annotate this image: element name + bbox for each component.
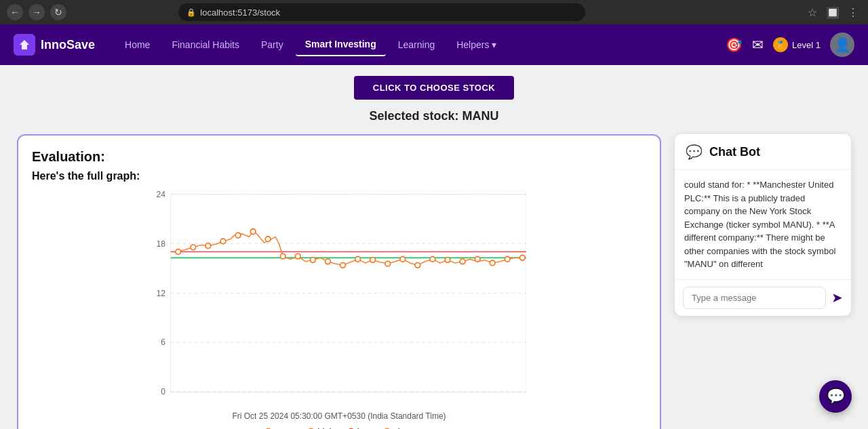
svg-point-13 bbox=[176, 249, 181, 255]
target-icon-btn[interactable]: 🎯 bbox=[726, 37, 743, 53]
svg-point-32 bbox=[460, 259, 465, 264]
url-text: localhost:5173/stock bbox=[200, 7, 280, 18]
logo-text: InnoSave bbox=[41, 38, 95, 52]
navbar: InnoSave Home Financial Habits Party Sma… bbox=[0, 24, 868, 65]
svg-point-26 bbox=[370, 258, 376, 263]
legend-low: ⊙ low bbox=[347, 425, 371, 429]
svg-point-21 bbox=[295, 253, 300, 259]
eval-card: Evaluation: Here's the full graph: 24 18 bbox=[17, 134, 661, 429]
svg-text:18: 18 bbox=[157, 239, 166, 249]
stock-chart: 24 18 12 6 0 bbox=[32, 190, 646, 407]
eval-subtitle: Here's the full graph: bbox=[32, 170, 646, 182]
floating-chat-icon: 💬 bbox=[827, 388, 845, 405]
floating-chat-button[interactable]: 💬 bbox=[819, 380, 852, 413]
svg-text:24: 24 bbox=[157, 190, 166, 199]
chatbot-icon: 💬 bbox=[686, 144, 703, 160]
chatbot-input-row: ➤ bbox=[675, 279, 851, 316]
legend-low-label: low bbox=[357, 426, 371, 429]
svg-rect-0 bbox=[171, 195, 526, 392]
nav-party[interactable]: Party bbox=[252, 34, 293, 56]
svg-point-31 bbox=[445, 258, 450, 263]
svg-point-28 bbox=[400, 257, 406, 262]
chatbot-input[interactable] bbox=[683, 287, 826, 309]
svg-point-17 bbox=[235, 232, 241, 238]
reload-button[interactable]: ↻ bbox=[50, 4, 66, 20]
svg-point-33 bbox=[475, 257, 480, 262]
svg-point-23 bbox=[326, 259, 331, 264]
nav-right: 🎯 ✉ 🏅 Level 1 👤 bbox=[726, 33, 854, 57]
svg-point-30 bbox=[430, 257, 435, 262]
chatbot-messages[interactable]: could stand for: * **Manchester United P… bbox=[675, 170, 851, 279]
svg-point-25 bbox=[355, 257, 361, 262]
chatbot-message-text: could stand for: * **Manchester United P… bbox=[684, 180, 835, 269]
nav-helpers[interactable]: Helpers ▾ bbox=[447, 34, 506, 56]
svg-point-29 bbox=[415, 262, 420, 268]
svg-point-22 bbox=[311, 258, 316, 263]
legend-open-label: open bbox=[275, 426, 294, 429]
nav-logo[interactable]: InnoSave bbox=[14, 34, 95, 56]
svg-text:12: 12 bbox=[157, 289, 166, 298]
legend-close: ⊙ close bbox=[382, 425, 414, 429]
nav-smart-investing[interactable]: Smart Investing bbox=[296, 33, 386, 56]
nav-links: Home Financial Habits Party Smart Invest… bbox=[115, 33, 726, 56]
nav-learning[interactable]: Learning bbox=[389, 34, 445, 56]
svg-point-36 bbox=[519, 255, 525, 260]
chart-legend: ⊙ open ⊙ high ⊙ low bbox=[32, 425, 646, 429]
legend-high-label: high bbox=[317, 426, 334, 429]
nav-avatar[interactable]: 👤 bbox=[830, 33, 854, 57]
browser-actions: ☆ 🔲 ⋮ bbox=[804, 4, 861, 20]
svg-point-19 bbox=[265, 237, 271, 242]
selected-stock-label: Selected stock: MANU bbox=[369, 109, 498, 123]
nav-level: 🏅 Level 1 bbox=[773, 37, 821, 52]
svg-point-27 bbox=[385, 261, 391, 266]
svg-point-34 bbox=[490, 260, 495, 266]
send-icon: ➤ bbox=[831, 289, 843, 306]
svg-point-24 bbox=[340, 262, 346, 268]
legend-close-label: close bbox=[393, 426, 414, 429]
eval-title: Evaluation: bbox=[32, 149, 646, 165]
chatbot-header: 💬 Chat Bot bbox=[675, 134, 851, 170]
bookmark-button[interactable]: ☆ bbox=[804, 4, 821, 20]
svg-point-16 bbox=[220, 239, 226, 244]
forward-button[interactable]: → bbox=[28, 4, 45, 20]
svg-point-35 bbox=[505, 257, 510, 262]
logo-icon bbox=[14, 34, 35, 56]
chart-timestamp: Fri Oct 25 2024 05:30:00 GMT+0530 (India… bbox=[32, 411, 646, 421]
main-content: CLICK TO CHOOSE STOCK Selected stock: MA… bbox=[0, 65, 868, 429]
choose-stock-button[interactable]: CLICK TO CHOOSE STOCK bbox=[354, 76, 514, 100]
url-bar[interactable]: 🔒 localhost:5173/stock bbox=[178, 3, 585, 21]
mail-icon-btn[interactable]: ✉ bbox=[752, 37, 764, 53]
svg-point-20 bbox=[280, 253, 285, 259]
svg-text:6: 6 bbox=[161, 338, 165, 347]
lock-icon: 🔒 bbox=[186, 8, 196, 17]
chatbot-send-button[interactable]: ➤ bbox=[831, 289, 843, 306]
nav-home[interactable]: Home bbox=[115, 34, 159, 56]
nav-financial-habits[interactable]: Financial Habits bbox=[162, 34, 249, 56]
svg-point-18 bbox=[250, 229, 256, 234]
level-badge: 🏅 bbox=[773, 37, 788, 52]
svg-point-14 bbox=[191, 245, 196, 250]
legend-high: ⊙ high bbox=[307, 425, 334, 429]
legend-open: ⊙ open bbox=[264, 425, 294, 429]
svg-text:0: 0 bbox=[161, 387, 165, 396]
extension-button[interactable]: 🔲 bbox=[825, 4, 841, 20]
menu-button[interactable]: ⋮ bbox=[845, 4, 861, 20]
browser-chrome: ← → ↻ 🔒 localhost:5173/stock ☆ 🔲 ⋮ bbox=[0, 0, 868, 24]
content-row: Evaluation: Here's the full graph: 24 18 bbox=[17, 134, 851, 429]
chatbot-panel: 💬 Chat Bot could stand for: * **Manchest… bbox=[675, 134, 851, 316]
level-text: Level 1 bbox=[792, 40, 821, 50]
svg-point-15 bbox=[205, 243, 211, 249]
back-button[interactable]: ← bbox=[7, 4, 23, 20]
chatbot-title: Chat Bot bbox=[709, 145, 760, 159]
